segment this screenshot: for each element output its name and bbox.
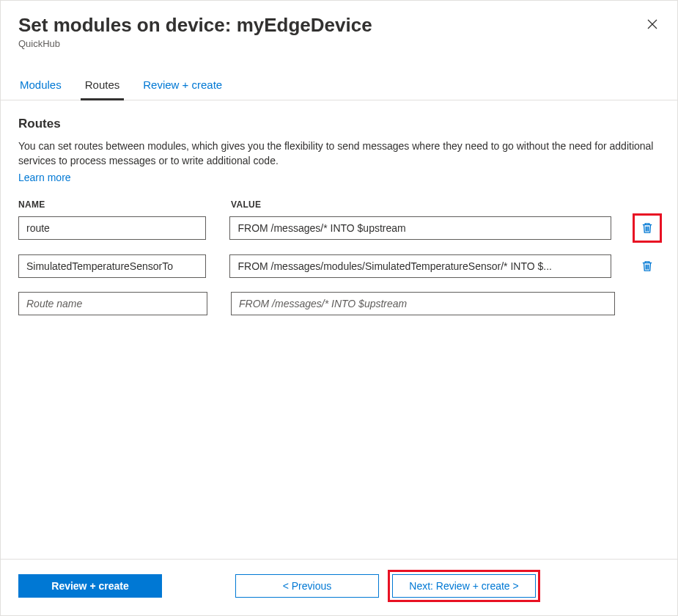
section-description: You can set routes between modules, whic… — [18, 139, 660, 169]
delete-route-button[interactable] — [635, 254, 660, 279]
col-header-value: VALUE — [231, 199, 660, 210]
route-name-input-new[interactable] — [18, 292, 207, 315]
next-button[interactable]: Next: Review + create > — [392, 574, 536, 598]
trash-icon — [641, 221, 654, 235]
routes-grid: NAME VALUE — [18, 199, 660, 315]
tab-routes[interactable]: Routes — [84, 71, 122, 100]
route-value-input[interactable] — [229, 254, 611, 278]
learn-more-link[interactable]: Learn more — [18, 172, 71, 183]
routes-panel: Routes You can set routes between module… — [1, 100, 677, 559]
page-title: Set modules on device: myEdgeDevice — [18, 14, 660, 37]
wizard-footer: Review + create < Previous Next: Review … — [1, 559, 677, 615]
close-button[interactable] — [645, 17, 660, 32]
close-icon — [646, 18, 658, 30]
tab-modules[interactable]: Modules — [18, 71, 63, 100]
route-name-input[interactable] — [18, 254, 206, 278]
route-row — [18, 254, 660, 279]
tab-review-create[interactable]: Review + create — [141, 71, 224, 100]
route-value-input-new[interactable] — [231, 292, 615, 315]
next-button-highlight: Next: Review + create > — [392, 574, 536, 598]
route-row-new — [18, 292, 660, 315]
previous-button[interactable]: < Previous — [235, 574, 379, 598]
route-name-input[interactable] — [18, 216, 206, 240]
col-header-name: NAME — [18, 199, 207, 210]
trash-icon — [641, 260, 654, 273]
route-row — [18, 216, 660, 241]
column-headers: NAME VALUE — [18, 199, 660, 210]
route-value-input[interactable] — [229, 216, 611, 240]
section-title: Routes — [18, 117, 660, 131]
tab-strip: Modules Routes Review + create — [1, 71, 677, 100]
blade-header: Set modules on device: myEdgeDevice Quic… — [1, 1, 677, 55]
page-subtitle: QuickHub — [18, 38, 660, 49]
delete-route-button[interactable] — [635, 216, 660, 241]
review-create-button[interactable]: Review + create — [18, 574, 162, 598]
